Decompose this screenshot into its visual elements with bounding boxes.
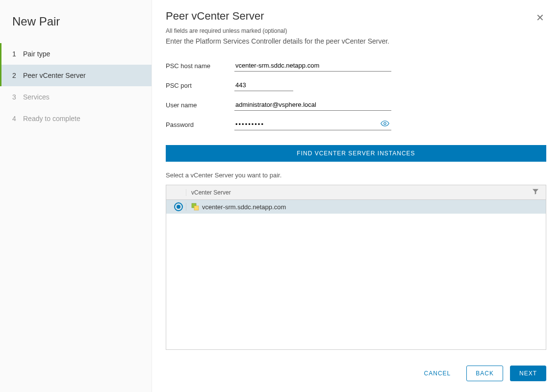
select-instruction: Select a vCenter Server you want to pair… [166,172,546,179]
step-list: 1 Pair type 2 Peer vCenter Server 3 Serv… [0,43,152,129]
step-number: 3 [12,93,23,101]
row-radio[interactable] [171,202,186,211]
next-button[interactable]: NEXT [510,366,546,381]
main-panel: Peer vCenter Server All fields are requi… [152,0,560,392]
svg-point-0 [384,122,386,125]
form-row-user: User name [166,99,546,111]
required-note: All fields are required unless marked (o… [166,27,389,34]
close-icon[interactable]: ✕ [534,10,546,25]
form-row-port: PSC port [166,79,546,91]
form-row-host: PSC host name [166,60,546,72]
page-title: Peer vCenter Server [166,10,389,23]
step-label: Ready to complete [23,115,80,122]
vcenter-icon [191,203,199,211]
filter-icon[interactable] [530,188,541,196]
wizard-sidebar: New Pair 1 Pair type 2 Peer vCenter Serv… [0,0,152,392]
port-label: PSC port [166,82,234,89]
step-peer-vcenter[interactable]: 2 Peer vCenter Server [0,65,152,86]
step-label: Pair type [23,50,50,58]
vcenter-table: vCenter Server vcenter-srm.sddc.netapp.c… [166,185,546,350]
wizard-title: New Pair [0,10,152,43]
step-label: Peer vCenter Server [23,72,86,79]
cancel-button[interactable]: CANCEL [415,366,460,381]
back-button[interactable]: BACK [466,366,503,381]
step-services[interactable]: 3 Services [0,86,152,108]
table-row[interactable]: vcenter-srm.sddc.netapp.com [166,200,546,214]
password-input[interactable] [234,119,379,130]
main-header: Peer vCenter Server All fields are requi… [166,10,546,60]
step-pair-type[interactable]: 1 Pair type [0,43,152,65]
username-input[interactable] [234,99,391,111]
eye-icon[interactable] [379,120,391,128]
page-description: Enter the Platform Services Controller d… [166,37,389,45]
step-label: Services [23,93,50,101]
server-cell: vcenter-srm.sddc.netapp.com [186,203,541,211]
form-row-password: Password [166,119,546,130]
table-header: vCenter Server [166,185,546,200]
psc-port-input[interactable] [234,79,293,91]
psc-host-input[interactable] [234,60,391,72]
server-name: vcenter-srm.sddc.netapp.com [202,203,286,211]
step-number: 2 [12,72,23,79]
vcenter-column-header[interactable]: vCenter Server [186,189,530,196]
wizard-footer: CANCEL BACK NEXT [166,357,546,392]
step-ready[interactable]: 4 Ready to complete [0,108,152,129]
host-label: PSC host name [166,62,234,70]
user-label: User name [166,101,234,109]
step-number: 4 [12,115,23,122]
svg-rect-2 [194,206,199,210]
find-instances-button[interactable]: FIND VCENTER SERVER INSTANCES [166,145,546,162]
step-number: 1 [12,50,23,58]
password-label: Password [166,121,234,128]
